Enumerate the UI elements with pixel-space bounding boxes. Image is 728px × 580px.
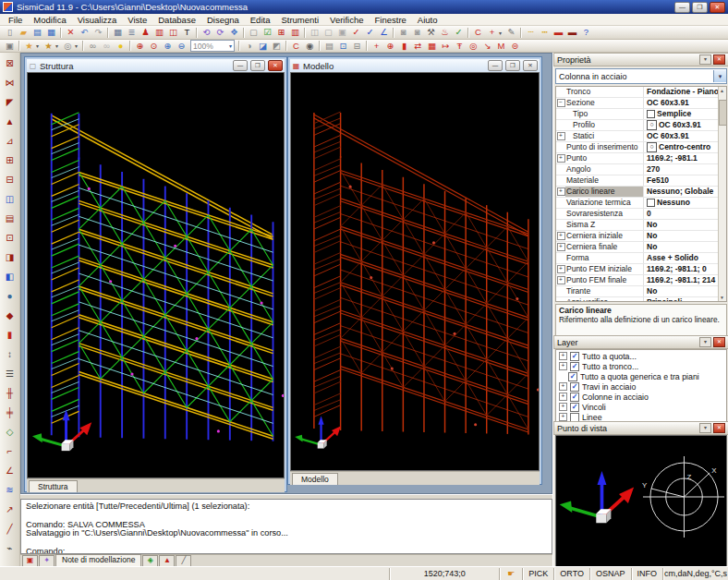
left-tool-11-icon[interactable]: ◨ [2,248,18,268]
new-file-icon[interactable]: ▯ [3,27,17,38]
expand-toggle-icon[interactable]: + [557,232,565,240]
property-row[interactable]: Sisma ZNo [556,220,726,231]
viewpoint-pin-icon[interactable]: ▾ [699,423,711,433]
eye-icon[interactable]: ◉ [303,41,317,52]
property-row[interactable]: +Punto FEM iniziale1169.2; -981.1; 0 [556,264,726,275]
left-tool-13-icon[interactable]: ● [2,287,18,307]
undo-icon[interactable]: ↶ [78,27,91,38]
property-row[interactable]: TiranteNo [556,286,726,297]
measure-2-icon[interactable]: ┅ [538,27,552,38]
property-row[interactable]: +Carico lineareNessuno; Globale [556,187,726,198]
scrollbar-thumb[interactable] [719,100,727,126]
left-tool-17-icon[interactable]: ☰ [2,365,18,384]
left-tool-26-icon[interactable]: ⌁ [2,539,18,559]
property-value[interactable]: Nessuno [644,198,726,208]
console-icon-tab-r2[interactable]: ▲ [159,555,175,566]
window-modello[interactable]: ▦ Modello — ❐ ✕ Modello [287,56,542,485]
layer-checkbox[interactable]: ✓ [570,352,579,361]
menu-file[interactable]: File [3,15,28,25]
layer-checkbox[interactable]: ✓ [570,403,579,412]
menu-database[interactable]: Database [152,15,201,25]
crescent-icon[interactable]: C [471,27,485,38]
layer-checkbox[interactable] [570,413,579,422]
viewpoint-close-icon[interactable]: ✕ [713,423,725,433]
maximize-button[interactable]: ❐ [692,2,708,13]
menu-disegna[interactable]: Disegna [201,15,245,25]
layer-item[interactable]: ✓Tutto a quota generica e tra piani [556,371,726,381]
window-verify-icon[interactable]: ☑ [261,27,274,38]
modello-minimize-button[interactable]: — [488,60,503,71]
bench-test-icon[interactable]: ♨ [438,27,452,38]
property-value[interactable]: 1169.2; -981.1; 0 [644,264,726,274]
expand-toggle-icon[interactable]: + [557,265,565,273]
property-row[interactable]: +Cerniera inizialeNo [556,231,726,242]
struttura-title-bar[interactable]: ▢ Struttura — ❐ ✕ [27,59,285,72]
layer-item[interactable]: +✓Colonne in acciaio [556,392,726,402]
window-column-icon[interactable]: ▥ [288,27,302,38]
left-tool-9-icon[interactable]: ▤ [2,210,18,229]
left-tool-21-icon[interactable]: ⌐ [2,442,18,462]
property-row[interactable]: +Punto1169.2; -981.1 [556,153,726,164]
check-blue-icon[interactable]: ✓ [363,27,377,38]
property-value[interactable]: OC 60x3.91 [644,98,726,108]
menu-edita[interactable]: Edita [245,15,276,25]
ucs-target-icon[interactable]: ◎ [61,41,75,52]
text-style-icon[interactable]: T [180,27,194,38]
node-rotate-icon[interactable]: ⊕ [383,41,397,52]
check-ok-icon[interactable]: ✓ [452,27,466,38]
zoom-extents-icon[interactable]: ⊙ [147,41,161,52]
property-row[interactable]: +Cerniera finaleNo [556,242,726,253]
layer-fill-2-icon[interactable]: ▬ [565,27,579,38]
layer-item[interactable]: +✓Tutto a tronco... [556,361,726,371]
left-tool-24-icon[interactable]: ↗ [2,501,18,520]
window-plan-icon[interactable]: ▢ [247,27,261,38]
left-tool-6-icon[interactable]: ⊞ [2,151,18,171]
save-icon[interactable]: ▤ [30,27,44,38]
property-row[interactable]: +StaticiOC 60x3.91 [556,131,726,142]
open-folder-icon[interactable]: ▰ [17,27,30,38]
scroll-up-icon[interactable]: ▲ [719,87,725,94]
menu-aiuto[interactable]: Aiuto [412,15,443,25]
window-gray-1-icon[interactable]: ◫ [308,27,322,38]
property-value[interactable]: 1169.2; -981.1; 214 [644,275,726,285]
check-red-icon[interactable]: ✓ [349,27,363,38]
menu-viste[interactable]: Viste [122,15,152,25]
left-tool-25-icon[interactable]: ╱ [2,520,18,539]
units-indicator[interactable]: cm,daN,deg,°C,s [663,568,728,580]
left-tool-1-icon[interactable]: ⊠ [2,54,18,74]
close-button[interactable]: ✕ [710,2,725,13]
property-row[interactable]: TroncoFondazione - Piano 1 [556,87,726,98]
property-value[interactable]: ○OC 60x3.91 [644,120,726,130]
property-value[interactable]: OC 60x3.91 [644,131,726,141]
help-icon[interactable]: ? [579,27,593,38]
monitor-2-icon[interactable]: ⊟ [350,41,364,52]
print-icon[interactable]: ▣ [3,41,17,52]
property-value[interactable]: No [644,231,726,241]
delete-icon[interactable]: ✕ [64,27,78,38]
property-row[interactable]: Punto di inserimento○Centro-centro [556,142,726,153]
circle-tool-icon[interactable]: ◎ [467,41,480,52]
property-row[interactable]: FormaAsse + Solido [556,253,726,264]
menu-modifica[interactable]: Modifica [28,15,71,25]
property-row[interactable]: Profilo○OC 60x3.91 [556,120,726,131]
property-value[interactable]: ○Centro-centro [644,142,726,152]
pan-view-icon[interactable]: ❖ [227,27,241,38]
layer-checkbox[interactable]: ✓ [570,362,579,371]
property-value[interactable]: No [644,286,726,296]
entity-type-selector[interactable]: Colonna in acciaio ▾ [555,68,727,84]
console-icon-tab-2[interactable]: ✦ [39,555,55,566]
node-add-icon[interactable]: + [370,41,383,52]
table-icon[interactable]: ▦ [111,27,125,38]
status-toggle-info[interactable]: INFO [632,568,664,580]
struttura-restore-button[interactable]: ❐ [250,60,265,71]
property-value[interactable]: 1169.2; -981.1 [644,153,726,163]
left-tool-2-icon[interactable]: ⋈ [2,74,18,93]
move-point-icon[interactable]: + [485,27,499,38]
monitor-1-icon[interactable]: ⊡ [336,41,350,52]
left-tool-7-icon[interactable]: ⊟ [2,171,18,190]
views-star-icon[interactable]: ★ [42,41,55,52]
measure-1-icon[interactable]: ┄ [524,27,538,38]
viewpoint-canvas[interactable]: XYZ [555,435,727,568]
expand-toggle-icon[interactable]: + [559,393,567,401]
left-tool-12-icon[interactable]: ◧ [2,268,18,287]
